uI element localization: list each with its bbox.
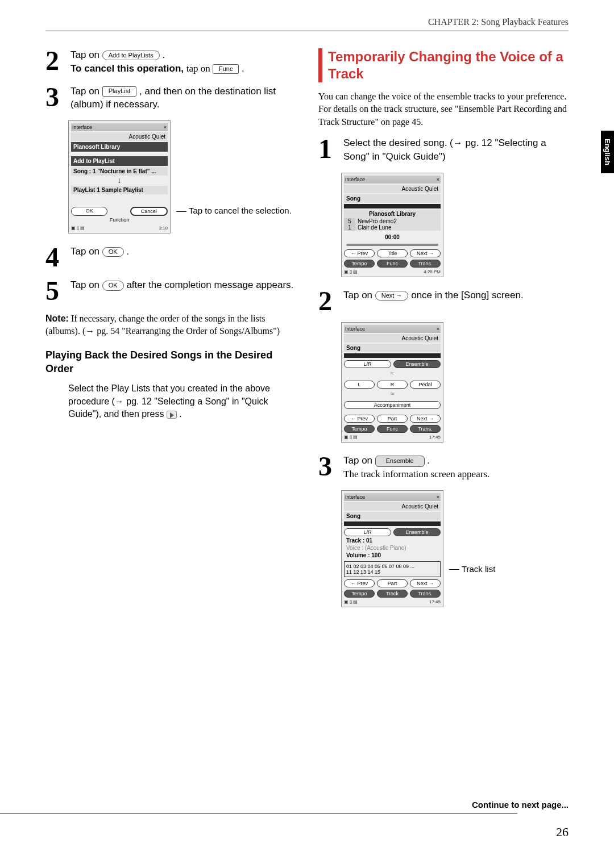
fig-quiet-row: Acoustic Quiet: [344, 334, 441, 343]
continue-text: Continue to next page...: [472, 800, 569, 809]
section-intro: You can change the voice of the ensemble…: [318, 90, 569, 128]
two-columns: 2 Tap on Add to PlayLists . To cancel th…: [45, 48, 569, 619]
language-tab: English: [601, 131, 614, 173]
fig-title-button: Title: [377, 249, 408, 257]
ok-button: OK: [102, 281, 124, 290]
fig-statusbar: ▣ ▯ ▤ 4:28 PM: [344, 269, 441, 274]
fig-library-row: Pianosoft Library: [71, 142, 168, 152]
row-title: NewPro demo2: [355, 218, 441, 224]
fig-statusbar: ▣ ▯ ▤ 3:10: [71, 226, 168, 231]
step-number: 5: [45, 278, 65, 303]
text: .: [126, 246, 129, 257]
step-4: 4 Tap on OK .: [45, 245, 296, 269]
fig-song-row: Song : 1 "Nocturne in E flat" ...: [71, 167, 168, 176]
step-number: 2: [318, 289, 338, 313]
ok-button: OK: [102, 247, 124, 257]
fig-title: Interface: [345, 177, 365, 182]
fig-l-button: L: [344, 381, 375, 389]
fig-playlist-row: PlayList 1 Sample Playlist: [71, 186, 168, 194]
next-button: Next →: [375, 291, 409, 301]
fig-tempo-button: Tempo: [344, 590, 375, 598]
fig-list-row: 1 Clair de Lune: [344, 224, 441, 231]
fig-song-label: Song: [344, 344, 441, 352]
fig-func-button: Func: [377, 260, 408, 268]
fig-trans-button: Trans.: [410, 590, 441, 598]
subsection-heading: Playing Back the Desired Songs in the De…: [45, 349, 296, 375]
fig-song-label: Song: [344, 194, 441, 203]
text: after the completion message appears.: [126, 279, 293, 290]
fig-part-row: L R Pedal: [344, 381, 441, 389]
step-body: Tap on Add to PlayLists . To cancel this…: [70, 48, 296, 76]
section-accent-bar: [318, 48, 322, 82]
fig-func-row: Tempo Track Trans.: [344, 590, 441, 598]
fig-quiet-row: Acoustic Quiet: [344, 185, 441, 193]
close-icon: ×: [437, 326, 439, 332]
fig-annotation: Track list: [449, 490, 495, 574]
close-icon: ×: [437, 494, 439, 500]
step-body: Tap on OK after the completion message a…: [70, 278, 296, 303]
status-icons: ▣ ▯ ▤: [344, 599, 358, 604]
fig-list-row: 5 NewPro demo2: [344, 218, 441, 224]
fig-prev-button: ← Prev: [344, 579, 375, 587]
screenshot-track-info: Interface × Acoustic Quiet Song L/R Ense…: [341, 490, 443, 607]
left-column: 2 Tap on Add to PlayLists . To cancel th…: [45, 48, 296, 619]
down-arrow-icon: ↓: [71, 176, 168, 185]
fig-volume-label: Volume : 100: [344, 551, 441, 560]
fig-func-row: Tempo Func Trans.: [344, 425, 441, 433]
fig-r-button: R: [377, 381, 408, 389]
figure-r3-wrapper: Interface × Acoustic Quiet Song L/R Ense…: [341, 490, 569, 607]
status-icons: ▣ ▯ ▤: [344, 435, 358, 440]
fig-clock: 17:45: [429, 599, 441, 604]
text: tap on: [186, 63, 213, 74]
fig-nav-row: ← Prev Title Next →: [344, 249, 441, 257]
right-step-3: 3 Tap on Ensemble . The track informatio…: [318, 454, 569, 481]
right-step-1: 1 Select the desired song. (→ pg. 12 "Se…: [318, 136, 569, 164]
fig-voice-label: Voice : (Acoustic Piano): [344, 545, 441, 551]
fig-prev-button: ← Prev: [344, 415, 375, 423]
screenshot-song-list: Interface × Acoustic Quiet Song Pianosof…: [341, 173, 443, 277]
fig-func-button: Func: [377, 425, 408, 433]
fig-titlebar: Interface ×: [344, 325, 441, 333]
fig-func-row: Tempo Func Trans.: [344, 260, 441, 268]
header-rule: [45, 31, 569, 31]
annotation-text: Tap to cancel the selection.: [189, 206, 292, 215]
fig-prev-button: ← Prev: [344, 249, 375, 257]
text-bold: To cancel this operation,: [70, 63, 186, 74]
page-footer: Continue to next page... 26: [472, 800, 569, 840]
annotation-text: Track list: [462, 564, 495, 574]
close-icon: ×: [164, 124, 167, 130]
step-5: 5 Tap on OK after the completion message…: [45, 278, 296, 303]
fig-tab-row: L/R Ensemble: [344, 360, 441, 368]
fig-statusbar: ▣ ▯ ▤ 17:45: [344, 599, 441, 604]
text: Tap on: [70, 246, 102, 257]
play-icon: [167, 411, 177, 419]
text: The track information screen appears.: [343, 469, 489, 479]
fig-title: Interface: [345, 326, 365, 332]
fig-titlebar: Interface ×: [344, 493, 441, 501]
playlist-button: PlayList: [102, 86, 137, 96]
step-3: 3 Tap on PlayList , and then on the dest…: [45, 85, 296, 112]
text: Tap on: [343, 455, 375, 466]
fig-time: 3:10: [159, 226, 168, 231]
step-number: 3: [318, 454, 338, 481]
text: Tap on: [70, 86, 102, 97]
fig-lr-tab: L/R: [344, 360, 391, 368]
fig-next-button: Next →: [410, 415, 441, 423]
fig-accomp-row: Accompaniment: [344, 401, 441, 409]
fig-quiet-row: Acoustic Quiet: [71, 132, 168, 141]
fig-accompaniment-button: Accompaniment: [344, 401, 441, 409]
text: Tap on: [70, 279, 102, 290]
ensemble-button: Ensemble: [375, 456, 425, 466]
text: .: [242, 63, 244, 74]
add-to-playlists-button: Add to PlayLists: [102, 51, 160, 60]
text: Tap on: [70, 49, 102, 60]
fig-next-button: Next →: [410, 249, 441, 257]
screenshot-add-to-playlist: Interface × Acoustic Quiet Pianosoft Lib…: [68, 120, 171, 233]
fig-track-label: Track : 01: [344, 536, 441, 545]
text: once in the [Song] screen.: [411, 290, 524, 301]
fig-clock: 4:28 PM: [424, 269, 441, 274]
note-paragraph: Note: If necessary, change the order of …: [45, 312, 296, 338]
fig-trans-button: Trans.: [410, 260, 441, 268]
text: .: [162, 49, 165, 60]
step-body: Tap on Next → once in the [Song] screen.: [343, 289, 569, 313]
